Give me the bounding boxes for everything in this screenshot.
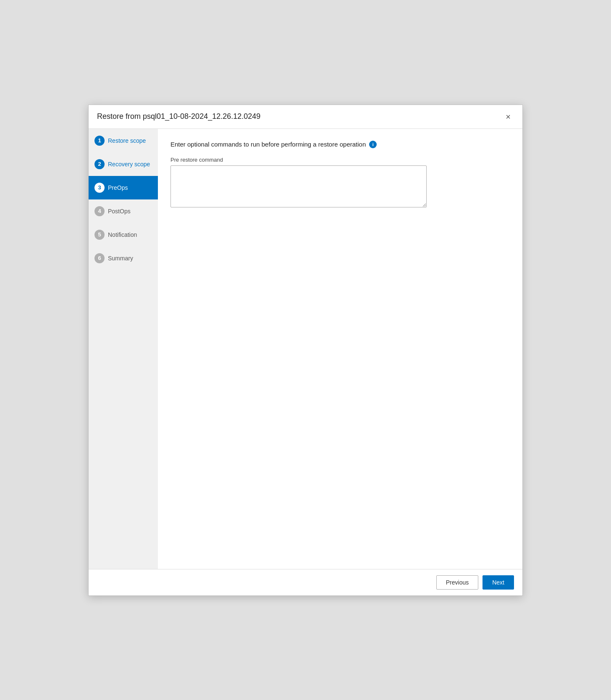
- step-number-2: 2: [94, 159, 105, 169]
- sidebar-label-notification: Notification: [108, 231, 137, 238]
- sidebar-label-summary: Summary: [108, 255, 133, 262]
- step-number-5: 5: [94, 230, 105, 240]
- pre-restore-label: Pre restore command: [170, 157, 510, 163]
- sidebar-item-summary[interactable]: 6 Summary: [89, 246, 158, 270]
- main-content: Enter optional commands to run before pe…: [158, 129, 522, 569]
- step-number-1: 1: [94, 136, 105, 146]
- next-button[interactable]: Next: [483, 575, 514, 590]
- dialog-body: 1 Restore scope 2 Recovery scope 3 PreOp…: [89, 129, 522, 569]
- sidebar-item-restore-scope[interactable]: 1 Restore scope: [89, 129, 158, 152]
- pre-restore-command-input[interactable]: [170, 165, 427, 207]
- sidebar-label-recovery-scope: Recovery scope: [108, 161, 150, 168]
- sidebar-item-notification[interactable]: 5 Notification: [89, 223, 158, 246]
- previous-button[interactable]: Previous: [436, 575, 478, 590]
- sidebar-label-postops: PostOps: [108, 208, 131, 215]
- step-number-4: 4: [94, 206, 105, 216]
- info-icon[interactable]: i: [369, 141, 377, 148]
- dialog-footer: Previous Next: [89, 569, 522, 595]
- sidebar-item-postops[interactable]: 4 PostOps: [89, 199, 158, 223]
- close-button[interactable]: ×: [502, 111, 514, 123]
- section-heading-text: Enter optional commands to run before pe…: [170, 141, 366, 148]
- restore-dialog: Restore from psql01_10-08-2024_12.26.12.…: [88, 105, 523, 596]
- sidebar: 1 Restore scope 2 Recovery scope 3 PreOp…: [89, 129, 158, 569]
- step-number-3: 3: [94, 183, 105, 193]
- sidebar-item-recovery-scope[interactable]: 2 Recovery scope: [89, 152, 158, 176]
- sidebar-label-restore-scope: Restore scope: [108, 137, 146, 144]
- sidebar-item-preops[interactable]: 3 PreOps: [89, 176, 158, 199]
- dialog-header: Restore from psql01_10-08-2024_12.26.12.…: [89, 105, 522, 129]
- dialog-title: Restore from psql01_10-08-2024_12.26.12.…: [97, 112, 260, 121]
- step-number-6: 6: [94, 253, 105, 263]
- section-heading: Enter optional commands to run before pe…: [170, 141, 510, 148]
- sidebar-label-preops: PreOps: [108, 184, 128, 191]
